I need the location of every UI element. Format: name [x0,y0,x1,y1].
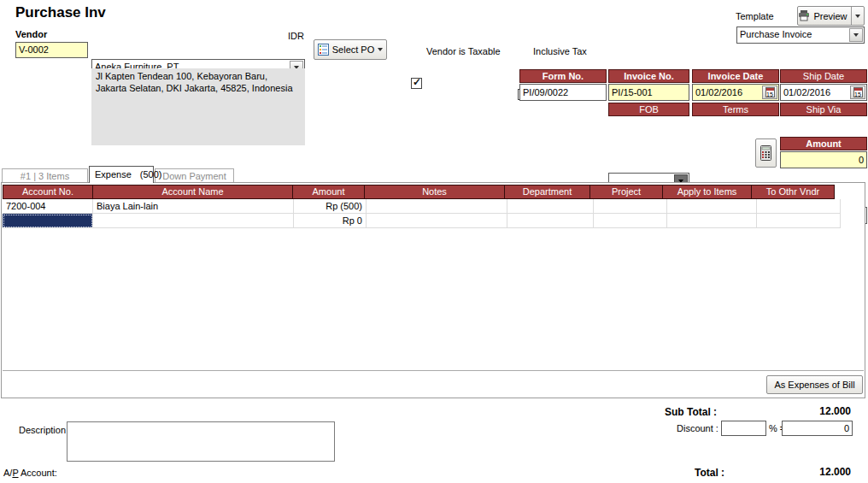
preview-dropdown[interactable] [851,7,864,25]
invoice-date-header: Invoice Date [692,69,779,83]
cell-department[interactable] [507,199,594,214]
discount-label: Discount : [677,423,718,433]
chevron-down-icon [855,15,860,18]
cell-amount[interactable]: Rp 0 [294,214,367,228]
expense-grid: Account No. Account Name Amount Notes De… [3,185,864,371]
terms-header: Terms [692,103,779,116]
calendar-icon: 15 [765,87,775,97]
template-combo-button[interactable] [849,28,863,42]
ship-date-header: Ship Date [780,69,867,83]
invoice-date-input[interactable]: 01/02/2016 15 [692,84,779,101]
printer-icon [798,10,810,21]
chevron-down-icon [378,48,383,51]
cell-department[interactable] [507,214,594,228]
cell-project[interactable] [594,199,667,214]
preview-button[interactable]: Preview [797,6,865,26]
cell-account-no-selected[interactable] [3,214,93,228]
vendor-address: Jl Kapten Tendean 100, Kebayoran Baru, J… [91,68,305,145]
col-header-amount[interactable]: Amount [292,185,365,199]
chevron-down-icon [853,33,859,37]
select-po-button[interactable]: Select PO [314,39,387,60]
description-textarea[interactable] [67,421,335,462]
select-po-icon [318,44,329,56]
calculator-icon [760,145,771,161]
page-title: Purchase Inv [15,4,106,21]
cell-to-othr-vndr[interactable] [757,214,841,228]
ship-via-header: Ship Via [780,103,867,116]
ship-date-picker-button[interactable]: 15 [850,85,865,99]
inclusive-tax-label: Inclusive Tax [533,46,587,56]
check-icon: ✓ [413,76,421,88]
invoice-no-input[interactable]: PI/15-001 [608,84,689,101]
sub-total-value: 12.000 [765,405,851,417]
discount-value-input[interactable]: 0 [782,421,853,436]
cell-project[interactable] [594,214,667,228]
as-expenses-of-bill-button[interactable]: As Expenses of Bill [766,375,863,394]
amount-header: Amount [780,137,867,150]
table-row[interactable]: Rp 0 [3,214,864,228]
calculator-button[interactable] [755,138,777,168]
cell-apply-to-items[interactable] [667,199,757,214]
tab-expense-label: Expense [95,169,132,180]
sub-total-label: Sub Total : [665,406,717,418]
purchase-invoice-window: Purchase Inv Template Preview Purchase I… [0,0,868,483]
currency-label: IDR [288,31,304,41]
col-header-account-no[interactable]: Account No. [3,185,93,199]
template-label: Template [736,11,774,21]
col-header-account-name[interactable]: Account Name [92,185,293,199]
form-no-input[interactable]: PI/09/0022 [519,84,607,101]
vendor-taxable-checkbox[interactable]: ✓ [411,78,422,89]
form-no-header: Form No. [519,69,607,83]
col-header-apply-to-items[interactable]: Apply to Items [662,185,752,199]
col-header-notes[interactable]: Notes [364,185,505,199]
description-label: Description [19,425,66,435]
ap-account-label: A/P Account: [3,468,57,478]
col-header-department[interactable]: Department [504,185,590,199]
tab-items[interactable]: #1 | 3 Items |12.500 [2,168,88,183]
cell-account-name[interactable] [93,214,294,228]
discount-percent-input[interactable] [721,421,766,436]
vendor-label: Vendor [15,29,47,39]
select-po-label: Select PO [332,44,375,55]
calendar-icon: 15 [853,87,863,97]
cell-notes[interactable] [367,199,507,214]
invoice-date-value: 01/02/2016 [695,87,742,97]
cell-amount[interactable]: Rp (500) [294,199,367,214]
col-header-project[interactable]: Project [589,185,663,199]
ship-date-value: 01/02/2016 [783,87,830,97]
invoice-no-header: Invoice No. [608,69,689,83]
grid-header-row: Account No. Account Name Amount Notes De… [3,185,864,199]
cell-account-no[interactable]: 7200-004 [3,199,93,214]
vendor-code-input[interactable]: V-0002 [15,42,88,58]
total-label: Total : [695,467,724,479]
cell-notes[interactable] [367,214,507,228]
cell-apply-to-items[interactable] [667,214,757,228]
tab-expense-badge: (500) [140,169,162,180]
invoice-date-picker-button[interactable]: 15 [762,85,777,99]
template-selected-value: Purchase Invoice [740,29,812,39]
template-select[interactable]: Purchase Invoice [736,27,865,44]
total-value: 12.000 [765,466,851,478]
ship-date-input[interactable]: 01/02/2016 15 [780,84,867,101]
tab-down-payment[interactable]: Down Payment [155,168,234,183]
fob-header: FOB [608,103,689,116]
table-row[interactable]: 7200-004 Biaya Lain-lain Rp (500) [3,199,864,214]
amount-input[interactable]: 0 [780,151,867,168]
expense-tab-page: Account No. Account Name Amount Notes De… [1,182,865,398]
cell-to-othr-vndr[interactable] [757,199,841,214]
vendor-taxable-label: Vendor is Taxable [426,46,501,56]
col-header-to-othr-vndr[interactable]: To Othr Vndr [751,185,835,199]
preview-label: Preview [813,11,847,21]
tab-expense[interactable]: Expense(500) [89,166,154,183]
cell-account-name[interactable]: Biaya Lain-lain [93,199,294,214]
